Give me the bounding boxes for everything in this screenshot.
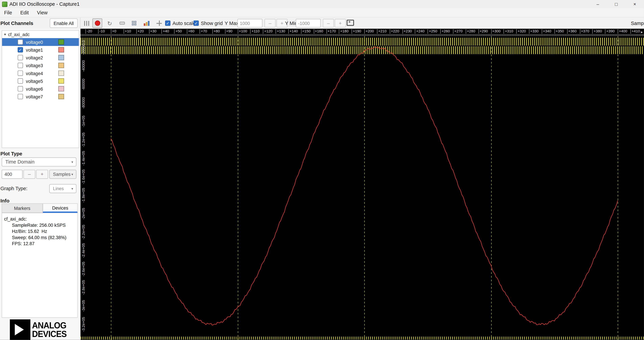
tab-markers[interactable]: Markers bbox=[2, 203, 43, 213]
device-info-lines: SampleRate: 256.00 kSPSHz/Bin: 15.62 HzS… bbox=[2, 223, 77, 246]
close-button[interactable]: × bbox=[626, 0, 644, 8]
channel-row-voltage6[interactable]: voltage6 bbox=[2, 85, 79, 93]
sample-count-increase-button[interactable]: + bbox=[36, 170, 48, 179]
show-grid-label: Show grid bbox=[201, 20, 223, 26]
record-button[interactable] bbox=[92, 18, 102, 28]
plot-canvas[interactable]: ▸ -20-10+0+10+20+30+40+50+60+70+80+90+10… bbox=[80, 29, 644, 340]
channel-color-swatch[interactable] bbox=[58, 94, 64, 99]
channel-color-swatch[interactable] bbox=[58, 71, 64, 76]
channel-checkbox-voltage2[interactable] bbox=[18, 55, 23, 60]
tile-windows-icon[interactable] bbox=[130, 19, 139, 27]
channel-label: voltage5 bbox=[26, 78, 43, 83]
channel-row-voltage4[interactable]: voltage4 bbox=[2, 69, 79, 77]
device-group-row[interactable]: ▾ cf_axi_adc bbox=[2, 31, 79, 38]
graph-type-value: Lines bbox=[53, 186, 71, 191]
info-tabs: Markers Devices bbox=[2, 203, 78, 213]
show-grid-checkbox[interactable]: ✓ bbox=[193, 20, 199, 26]
device-info-line: FPS: 12.87 bbox=[12, 241, 77, 246]
waveform-trace bbox=[111, 47, 618, 325]
y-max-decrease-button[interactable]: – bbox=[264, 19, 276, 27]
sample-count-decrease-button[interactable]: – bbox=[23, 170, 35, 179]
channel-checkbox-voltage0[interactable] bbox=[18, 39, 23, 45]
adi-logo-text: ANALOG DEVICES bbox=[32, 321, 67, 338]
plot-type-label: Plot Type bbox=[0, 151, 22, 157]
device-info-panel: cf_axi_adc: SampleRate: 256.00 kSPSHz/Bi… bbox=[2, 213, 78, 318]
channel-row-voltage3[interactable]: voltage3 bbox=[2, 61, 79, 69]
channel-label: voltage7 bbox=[26, 94, 43, 99]
titlebar: ADI IIO Oscilloscope - Capture1 – □ × bbox=[0, 0, 644, 8]
channel-label: voltage4 bbox=[26, 71, 43, 76]
channel-checkbox-voltage4[interactable] bbox=[18, 71, 23, 76]
tab-devices[interactable]: Devices bbox=[43, 203, 78, 213]
channel-checkbox-voltage3[interactable] bbox=[18, 63, 23, 68]
channel-row-voltage2[interactable]: voltage2 bbox=[2, 54, 79, 61]
new-plot-icon[interactable] bbox=[142, 19, 151, 27]
menu-item-edit[interactable]: Edit bbox=[16, 8, 33, 17]
pan-icon[interactable] bbox=[154, 19, 164, 27]
y-min-input[interactable]: -1000 bbox=[296, 19, 321, 27]
channel-list: voltage0✓voltage1voltage2voltage3voltage… bbox=[2, 38, 79, 100]
channel-checkbox-voltage7[interactable] bbox=[18, 94, 23, 99]
refresh-icon[interactable]: ↻ bbox=[105, 19, 114, 27]
device-info-line: Hz/Bin: 15.62 Hz bbox=[12, 229, 77, 234]
auto-scale-label: Auto scale bbox=[172, 20, 196, 26]
plot-type-dropdown[interactable]: Time Domain ▾ bbox=[2, 158, 76, 166]
channel-color-swatch[interactable] bbox=[58, 55, 64, 60]
mini-chart-icon bbox=[144, 21, 150, 26]
plot-channels-label: Plot Channels bbox=[0, 20, 33, 26]
app-icon bbox=[2, 1, 8, 7]
channel-row-voltage5[interactable]: voltage5 bbox=[2, 77, 79, 85]
enable-all-button[interactable]: Enable All bbox=[50, 18, 78, 28]
tile-grid bbox=[132, 21, 137, 26]
y-min-decrease-button[interactable]: – bbox=[323, 19, 334, 27]
channel-row-voltage0[interactable]: voltage0 bbox=[2, 38, 79, 46]
channel-color-swatch[interactable] bbox=[58, 86, 64, 91]
move-cross-icon bbox=[156, 20, 162, 26]
channel-color-swatch[interactable] bbox=[58, 47, 64, 52]
channel-label: voltage6 bbox=[26, 86, 43, 91]
sidebar: Plot Channels Enable All ▾ cf_axi_adc vo… bbox=[0, 17, 80, 340]
sample-unit-dropdown[interactable]: Samples ▾ bbox=[49, 170, 76, 179]
channel-label: voltage1 bbox=[26, 47, 43, 52]
channel-checkbox-voltage1[interactable]: ✓ bbox=[18, 47, 23, 52]
maximize-button[interactable]: □ bbox=[607, 0, 626, 8]
adi-triangle-icon bbox=[15, 324, 24, 336]
y-max-input[interactable]: 1000 bbox=[237, 19, 262, 27]
channel-label: voltage0 bbox=[26, 39, 43, 44]
graph-type-dropdown[interactable]: Lines ▾ bbox=[49, 184, 76, 193]
channel-row-voltage1[interactable]: ✓voltage1 bbox=[2, 46, 79, 54]
channel-row-voltage7[interactable]: voltage7 bbox=[2, 93, 79, 100]
menu-item-file[interactable]: File bbox=[0, 8, 16, 17]
expander-icon[interactable]: ▾ bbox=[4, 32, 6, 36]
samples-toolbar-label: Samples bbox=[631, 20, 644, 26]
plot-area: ↻ ✓ Auto scale ✓ Show grid Y Max: 1000 – bbox=[80, 17, 644, 340]
capture-controls-icon[interactable] bbox=[83, 19, 90, 27]
plot-type-value: Time Domain bbox=[6, 159, 72, 165]
y-min-increase-button[interactable]: + bbox=[335, 19, 346, 27]
add-capture-window-icon[interactable] bbox=[347, 20, 354, 26]
bars-icon bbox=[84, 21, 85, 26]
channel-label: voltage2 bbox=[26, 55, 43, 60]
channel-checkbox-voltage6[interactable] bbox=[18, 86, 23, 91]
adi-logo-icon bbox=[10, 320, 30, 340]
channel-checkbox-voltage5[interactable] bbox=[18, 78, 23, 84]
channel-color-swatch[interactable] bbox=[58, 39, 64, 45]
device-info-line: Sweep: 64.00 ms (82.38%) bbox=[12, 235, 77, 240]
menu-bar: FileEditView bbox=[0, 8, 644, 18]
menu-item-view[interactable]: View bbox=[33, 8, 52, 17]
waveform-layer bbox=[80, 29, 644, 340]
channel-color-swatch[interactable] bbox=[58, 78, 64, 84]
sample-count-input[interactable]: 400 bbox=[2, 170, 23, 179]
window-controls: – □ × bbox=[588, 0, 644, 8]
plot-toolbar: ↻ ✓ Auto scale ✓ Show grid Y Max: 1000 – bbox=[80, 17, 644, 29]
snapshot-shape bbox=[119, 22, 125, 25]
channel-label: voltage3 bbox=[26, 63, 43, 68]
screenshot-icon[interactable] bbox=[118, 19, 126, 27]
window-title: ADI IIO Oscilloscope - Capture1 bbox=[10, 1, 80, 7]
minimize-button[interactable]: – bbox=[588, 0, 607, 8]
channel-color-swatch[interactable] bbox=[58, 63, 64, 68]
adi-logo-word2: DEVICES bbox=[32, 330, 67, 338]
chevron-down-icon: ▾ bbox=[72, 160, 73, 164]
auto-scale-checkbox[interactable]: ✓ bbox=[165, 20, 170, 26]
chevron-down-icon: ▾ bbox=[72, 187, 73, 190]
